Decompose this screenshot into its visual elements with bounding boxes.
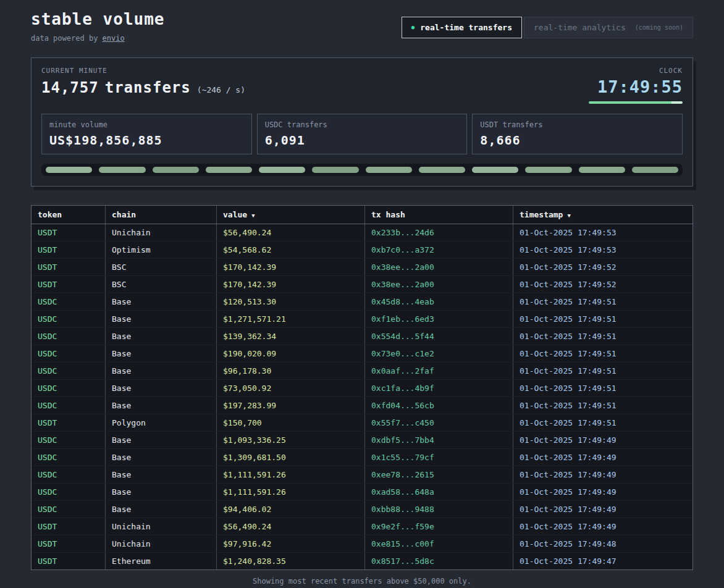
token-cell: USDC	[32, 293, 106, 310]
column-header-tx-hash[interactable]: tx hash	[365, 206, 513, 224]
column-header-label: chain	[112, 210, 136, 219]
token-cell: USDC	[32, 328, 106, 345]
token-cell: USDT	[32, 259, 106, 275]
value-cell: $56,490.24	[217, 518, 365, 535]
value-cell: $1,271,571.21	[217, 311, 365, 327]
progress-segment	[472, 167, 518, 173]
table-row[interactable]: USDT Optimism $54,568.62 0xb7c0...a372 0…	[32, 242, 692, 259]
token-cell: USDT	[32, 536, 106, 552]
table-row[interactable]: USDC Base $1,271,571.21 0xf1eb...6ed3 01…	[32, 311, 692, 328]
tx-hash-cell[interactable]: 0xf1eb...6ed3	[365, 311, 513, 327]
tx-hash-cell[interactable]: 0x1c55...79cf	[365, 449, 513, 466]
timestamp-cell: 01-Oct-2025 17:49:51	[513, 293, 692, 310]
footer-note: Showing most recent transfers above $50,…	[253, 577, 471, 586]
tx-hash-cell[interactable]: 0x233b...24d6	[365, 224, 513, 241]
table-row[interactable]: USDT BSC $170,142.39 0x38ee...2a00 01-Oc…	[32, 276, 692, 293]
column-header-label: token	[38, 210, 62, 219]
table-row[interactable]: USDC Base $1,309,681.50 0x1c55...79cf 01…	[32, 449, 692, 466]
sort-desc-icon: ▼	[251, 212, 255, 219]
progress-segment	[99, 167, 145, 173]
tx-hash-cell[interactable]: 0xdbf5...7bb4	[365, 432, 513, 448]
column-header-value[interactable]: value▼	[217, 206, 365, 224]
chain-cell: Ethereum	[106, 553, 217, 569]
transfers-count: 14,757	[41, 79, 99, 96]
envio-link[interactable]: envio	[103, 34, 125, 43]
tab-bar: ● real-time transfers real-time analytic…	[402, 17, 693, 38]
tx-hash-cell[interactable]: 0x73e0...c1e2	[365, 345, 513, 362]
table-row[interactable]: USDC Base $120,513.30 0x45d8...4eab 01-O…	[32, 293, 692, 311]
token-cell: USDC	[32, 345, 106, 362]
stat-card-value: 8,666	[480, 133, 675, 148]
progress-segment	[46, 167, 92, 173]
tx-hash-cell[interactable]: 0xbb88...9488	[365, 501, 513, 518]
timestamp-cell: 01-Oct-2025 17:49:49	[513, 432, 692, 448]
timestamp-cell: 01-Oct-2025 17:49:51	[513, 311, 692, 327]
table-row[interactable]: USDC Base $1,093,336.25 0xdbf5...7bb4 01…	[32, 432, 692, 449]
token-cell: USDT	[32, 276, 106, 293]
tx-hash-cell[interactable]: 0xc1fa...4b9f	[365, 380, 513, 397]
chain-cell: Polygon	[106, 414, 217, 431]
timestamp-cell: 01-Oct-2025 17:49:49	[513, 484, 692, 500]
token-cell: USDC	[32, 466, 106, 483]
tx-hash-cell[interactable]: 0x0aaf...2faf	[365, 363, 513, 379]
token-cell: USDC	[32, 311, 106, 327]
timestamp-cell: 01-Oct-2025 17:49:49	[513, 449, 692, 466]
chain-cell: Optimism	[106, 242, 217, 258]
chain-cell: Unichain	[106, 536, 217, 552]
tab-real-time-analytics[interactable]: real-time analytics (coming soon)	[524, 17, 693, 38]
table-row[interactable]: USDT Polygon $150,700 0x55f7...c450 01-O…	[32, 414, 692, 432]
tx-hash-cell[interactable]: 0x55f7...c450	[365, 414, 513, 431]
tx-hash-cell[interactable]: 0x45d8...4eab	[365, 293, 513, 310]
tx-hash-cell[interactable]: 0xee78...2615	[365, 466, 513, 483]
table-row[interactable]: USDT Ethereum $1,240,828.35 0x8517...5d8…	[32, 553, 692, 569]
value-cell: $150,700	[217, 414, 365, 431]
stat-card-usdt-transfers: USDT transfers 8,666	[472, 114, 683, 154]
tx-hash-cell[interactable]: 0x38ee...2a00	[365, 276, 513, 293]
stat-card-label: minute volume	[49, 120, 244, 129]
timestamp-cell: 01-Oct-2025 17:49:53	[513, 242, 692, 258]
tab-real-time-transfers[interactable]: ● real-time transfers	[402, 17, 522, 38]
chain-cell: Unichain	[106, 518, 217, 535]
column-header-timestamp[interactable]: timestamp▼	[513, 206, 692, 224]
brand: stable volume data powered by envio	[31, 10, 165, 43]
tx-hash-cell[interactable]: 0xe815...c00f	[365, 536, 513, 552]
table-row[interactable]: USDC Base $96,178.30 0x0aaf...2faf 01-Oc…	[32, 363, 692, 380]
table-body: USDT Unichain $56,490.24 0x233b...24d6 0…	[32, 224, 692, 569]
table-row[interactable]: USDT BSC $170,142.39 0x38ee...2a00 01-Oc…	[32, 259, 692, 276]
clock-time: 17:49:55	[589, 77, 683, 96]
column-header-chain[interactable]: chain	[106, 206, 217, 224]
chain-cell: Base	[106, 380, 217, 397]
tx-hash-cell[interactable]: 0xfd04...56cb	[365, 397, 513, 414]
table-row[interactable]: USDC Base $73,050.92 0xc1fa...4b9f 01-Oc…	[32, 380, 692, 397]
value-cell: $1,111,591.26	[217, 484, 365, 500]
table-row[interactable]: USDT Unichain $97,916.42 0xe815...c00f 0…	[32, 536, 692, 553]
tx-hash-cell[interactable]: 0x9e2f...f59e	[365, 518, 513, 535]
stat-card-minute-volume: minute volume US$198,856,885	[41, 114, 252, 154]
value-cell: $94,406.02	[217, 501, 365, 518]
table-row[interactable]: USDT Unichain $56,490.24 0x233b...24d6 0…	[32, 224, 692, 242]
tx-hash-cell[interactable]: 0x8517...5d8c	[365, 553, 513, 569]
table-row[interactable]: USDC Base $197,283.99 0xfd04...56cb 01-O…	[32, 397, 692, 414]
column-header-label: timestamp	[520, 210, 563, 219]
footer: Showing most recent transfers above $50,…	[31, 577, 693, 586]
table-row[interactable]: USDC Base $1,111,591.26 0xee78...2615 01…	[32, 466, 692, 484]
value-cell: $190,020.09	[217, 345, 365, 362]
current-minute-panel: CURRENT MINUTE 14,757 transfers (~246 / …	[31, 57, 693, 187]
stat-card-value: 6,091	[265, 133, 460, 148]
table-row[interactable]: USDC Base $139,362.34 0x554d...5f44 01-O…	[32, 328, 692, 345]
clock-label: CLOCK	[589, 67, 683, 75]
timestamp-cell: 01-Oct-2025 17:49:49	[513, 518, 692, 535]
table-row[interactable]: USDC Base $94,406.02 0xbb88...9488 01-Oc…	[32, 501, 692, 518]
table-row[interactable]: USDT Unichain $56,490.24 0x9e2f...f59e 0…	[32, 518, 692, 536]
chain-cell: Base	[106, 363, 217, 379]
table-row[interactable]: USDC Base $190,020.09 0x73e0...c1e2 01-O…	[32, 345, 692, 363]
token-cell: USDT	[32, 518, 106, 535]
tx-hash-cell[interactable]: 0xad58...648a	[365, 484, 513, 500]
tx-hash-cell[interactable]: 0xb7c0...a372	[365, 242, 513, 258]
tx-hash-cell[interactable]: 0x38ee...2a00	[365, 259, 513, 275]
column-header-token[interactable]: token	[32, 206, 106, 224]
token-cell: USDC	[32, 397, 106, 414]
timestamp-cell: 01-Oct-2025 17:49:51	[513, 380, 692, 397]
tx-hash-cell[interactable]: 0x554d...5f44	[365, 328, 513, 345]
table-row[interactable]: USDC Base $1,111,591.26 0xad58...648a 01…	[32, 484, 692, 501]
